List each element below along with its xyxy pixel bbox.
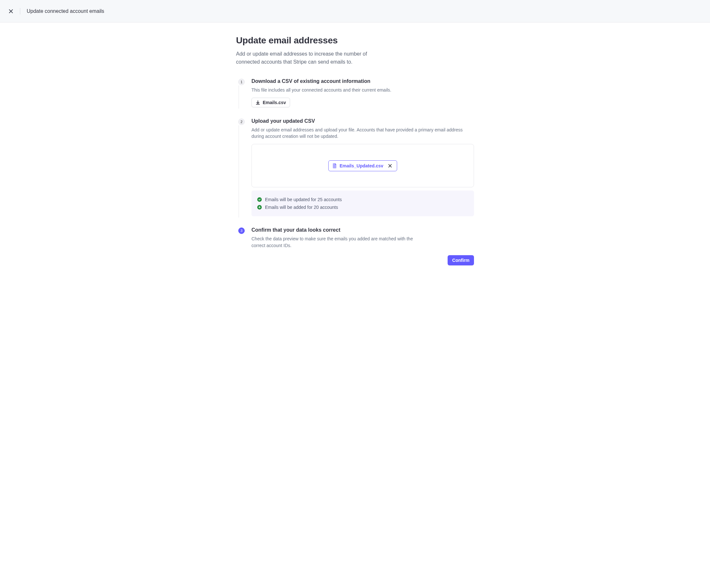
step-number: 3 [238,227,245,234]
result-added-row: Emails will be added for 20 accounts [257,203,468,211]
step-upload: 2 Upload your updated CSV Add or update … [236,118,474,227]
confirm-button[interactable]: Confirm [448,255,474,265]
remove-file-button[interactable] [387,163,393,169]
step-description: Add or update email addresses and upload… [252,127,474,140]
step-title: Confirm that your data looks correct [252,227,474,233]
step-title: Upload your updated CSV [252,118,474,124]
download-icon [256,100,260,105]
result-updated-text: Emails will be updated for 25 accounts [265,197,342,202]
step-description: Check the data preview to make sure the … [252,236,419,249]
page-description: Add or update email addresses to increas… [236,50,390,66]
step-number: 2 [238,119,245,125]
upload-dropzone[interactable]: Emails_Updated.csv [252,144,474,187]
file-icon [332,163,337,168]
uploaded-file-chip: Emails_Updated.csv [328,160,397,171]
download-csv-label: Emails.csv [263,100,286,105]
topbar-title: Update connected account emails [27,8,104,14]
close-button[interactable] [6,7,16,16]
uploaded-file-name: Emails_Updated.csv [339,163,383,168]
page-content: Update email addresses Add or update ema… [233,23,477,291]
result-added-text: Emails will be added for 20 accounts [265,205,338,210]
close-icon [9,9,13,14]
check-circle-icon [257,197,262,202]
page-title: Update email addresses [236,35,474,46]
result-updated-row: Emails will be updated for 25 accounts [257,196,468,203]
step-number: 1 [238,79,245,85]
step-connector [239,85,239,108]
download-csv-button[interactable]: Emails.csv [252,98,290,107]
step-title: Download a CSV of existing account infor… [252,78,474,84]
topbar-divider [20,8,20,15]
topbar: Update connected account emails [0,0,710,23]
step-download: 1 Download a CSV of existing account inf… [236,78,474,118]
plus-circle-icon [257,205,262,210]
steps-list: 1 Download a CSV of existing account inf… [236,78,474,265]
step-connector [239,125,239,218]
upload-results-panel: Emails will be updated for 25 accounts E… [252,191,474,216]
step-confirm: 3 Confirm that your data looks correct C… [236,227,474,265]
close-icon [388,164,392,168]
step-description: This file includes all your connected ac… [252,87,474,93]
